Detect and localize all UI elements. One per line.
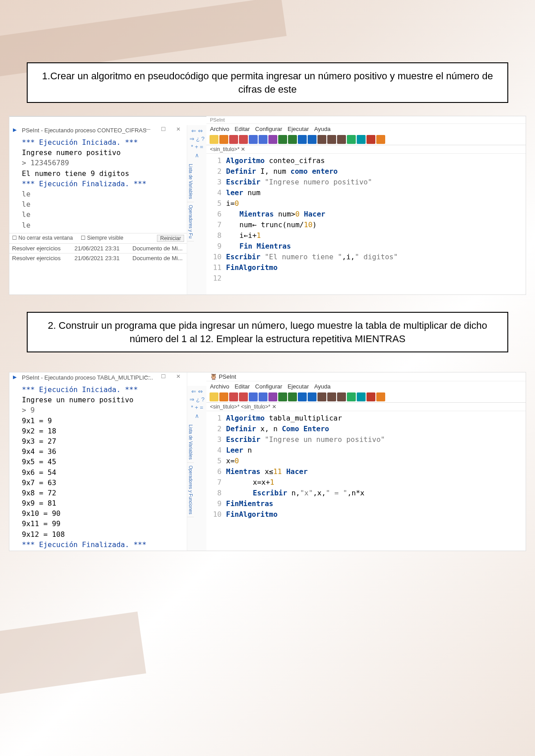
siempre-visible-checkbox[interactable]: ☐ Siempre visible — [81, 235, 139, 242]
toolbar-icon[interactable] — [219, 135, 228, 144]
menu-item-editar[interactable]: Editar — [235, 383, 250, 390]
toolbar-icon[interactable] — [308, 392, 317, 401]
console-line: Ingrese un numero positivo — [22, 395, 183, 405]
toolbar-icon[interactable] — [249, 135, 258, 144]
toolbar-icon[interactable] — [357, 392, 366, 401]
toolbar-icon[interactable] — [357, 135, 366, 144]
code-line: 10Escribir "El numero tiene ",i," digito… — [209, 252, 526, 262]
toolbar-icon[interactable] — [268, 135, 277, 144]
code-line: 2Definir I, num como entero — [209, 166, 526, 177]
console-line: 9x6 = 54 — [22, 467, 183, 478]
file-row[interactable]: Resolver ejercicios21/06/2021 23:31Docum… — [9, 253, 187, 263]
toolbar-icon[interactable] — [337, 135, 346, 144]
console-line: le — [22, 189, 183, 199]
code-line: 1Algoritmo tabla_multiplicar — [209, 413, 526, 424]
toolbar-icon[interactable] — [239, 392, 248, 401]
toolbar-icon[interactable] — [249, 392, 258, 401]
menu-item-ayuda[interactable]: Ayuda — [314, 126, 331, 132]
toolbar-icon[interactable] — [219, 392, 228, 401]
screenshot-2: PSeInt - Ejecutando proceso TABLA_MULTIP… — [9, 372, 526, 551]
side-tab-operators[interactable]: Operadores y Fu — [187, 202, 194, 241]
menu-item-ayuda[interactable]: Ayuda — [314, 383, 331, 390]
toolbar-icon[interactable] — [288, 135, 297, 144]
toolbar-icon[interactable] — [259, 392, 268, 401]
code-line: 8i←i+1 — [209, 230, 526, 241]
editor-tab[interactable]: <sin_titulo>* <sin_titulo>* ✕ — [206, 403, 526, 411]
toolbar-icon[interactable] — [288, 392, 297, 401]
console-line: 9x5 = 45 — [22, 457, 183, 467]
console-line: 9x7 = 63 — [22, 478, 183, 488]
code-line: 7num← trunc(num/10) — [209, 220, 526, 230]
toolbar-icon[interactable] — [347, 392, 356, 401]
menu-item-editar[interactable]: Editar — [235, 126, 250, 132]
editor-tab[interactable]: <sin_titulo>* ✕ — [206, 145, 526, 154]
code-line: 7x=x+1 — [209, 477, 526, 488]
toolbar[interactable] — [206, 392, 526, 403]
code-editor[interactable]: 1Algoritmo tabla_multiplicar2Definir x, … — [206, 411, 526, 522]
toolbar-icon[interactable] — [298, 392, 307, 401]
no-cerrar-checkbox[interactable]: ☐ No cerrar esta ventana — [12, 235, 74, 242]
toolbar-icon[interactable] — [308, 135, 317, 144]
code-line: 4leer num — [209, 188, 526, 198]
side-panel: ⇐ ⇔ ⇒ ¿ ? * + = ∧ Lista de Variables Ope… — [187, 386, 207, 551]
menu-item-ejecutar[interactable]: Ejecutar — [288, 126, 309, 132]
toolbar-icon[interactable] — [366, 135, 375, 144]
toolbar-icon[interactable] — [337, 392, 346, 401]
code-line: 12 — [209, 273, 526, 284]
code-line: 10FinAlgoritmo — [209, 509, 526, 520]
window-controls[interactable]: — ☐ ✕ — [145, 126, 185, 132]
console-title: PSeInt - Ejecutando proceso CONTEO_CIFRA… — [9, 125, 187, 135]
toolbar-icon[interactable] — [347, 135, 356, 144]
toolbar-icon[interactable] — [376, 135, 385, 144]
menu-item-configurar[interactable]: Configurar — [255, 383, 282, 390]
code-line: 6Mientras num>0 Hacer — [209, 209, 526, 220]
code-line: 3Escribir "Ingrese numero positivo" — [209, 177, 526, 188]
toolbar-icon[interactable] — [268, 392, 277, 401]
code-editor[interactable]: 1Algoritmo conteo_cifras2Definir I, num … — [206, 154, 526, 286]
toolbar-icon[interactable] — [278, 392, 287, 401]
side-operator-icons[interactable]: ⇐ ⇔ ⇒ ¿ ? * + = ∧ — [187, 125, 207, 161]
menu-item-archivo[interactable]: Archivo — [210, 126, 229, 132]
console-output: *** Ejecución Iniciada. ***Ingrese numer… — [9, 135, 187, 233]
console-line: 9x12 = 108 — [22, 529, 183, 539]
code-line: 3Escribir "Ingrese un numero positivo" — [209, 434, 526, 445]
side-tab-variables[interactable]: Lista de Variables — [187, 161, 194, 202]
file-row[interactable]: Resolver ejercicios21/06/2021 23:31Docum… — [9, 243, 187, 253]
toolbar-icon[interactable] — [298, 135, 307, 144]
toolbar-icon[interactable] — [259, 135, 268, 144]
toolbar-icon[interactable] — [327, 392, 336, 401]
console-line: le — [22, 199, 183, 209]
menu-item-ejecutar[interactable]: Ejecutar — [288, 383, 309, 390]
toolbar-icon[interactable] — [366, 392, 375, 401]
console-line: 9x2 = 18 — [22, 426, 183, 436]
toolbar-icon[interactable] — [229, 135, 238, 144]
reiniciar-button[interactable]: Reiniciar — [157, 235, 184, 242]
app-title: PSeInt — [206, 116, 526, 124]
toolbar-icon[interactable] — [239, 135, 248, 144]
menu-item-archivo[interactable]: Archivo — [210, 383, 229, 390]
side-operator-icons[interactable]: ⇐ ⇔ ⇒ ¿ ? * + = ∧ — [187, 386, 207, 422]
menu-item-configurar[interactable]: Configurar — [255, 126, 282, 132]
side-tab-variables[interactable]: Lista de Variables — [187, 422, 194, 463]
toolbar-icon[interactable] — [278, 135, 287, 144]
toolbar-icon[interactable] — [376, 392, 385, 401]
console-output: *** Ejecución Iniciada. ***Ingrese un nu… — [9, 382, 187, 552]
screenshot-1: Nuevo elemento ▾ PSeInt - Ejecutando pro… — [9, 116, 526, 295]
toolbar-icon[interactable] — [317, 135, 326, 144]
console-line: *** Ejecución Iniciada. *** — [22, 137, 183, 147]
console-line: le — [22, 209, 183, 220]
toolbar[interactable] — [206, 134, 526, 145]
menu-bar[interactable]: ArchivoEditarConfigurarEjecutarAyuda — [206, 124, 526, 134]
side-tab-operators[interactable]: Operadores y Funciones — [187, 463, 194, 518]
toolbar-icon[interactable] — [327, 135, 336, 144]
console-line: 9x10 = 90 — [22, 508, 183, 519]
console-line: 9x11 = 99 — [22, 519, 183, 529]
console-line: 9x4 = 36 — [22, 446, 183, 457]
menu-bar[interactable]: ArchivoEditarConfigurarEjecutarAyuda — [206, 381, 526, 392]
window-controls[interactable]: — ☐ ✕ — [145, 373, 185, 380]
toolbar-icon[interactable] — [210, 135, 218, 144]
toolbar-icon[interactable] — [317, 392, 326, 401]
toolbar-icon[interactable] — [210, 392, 218, 401]
code-line: 11FinAlgoritmo — [209, 262, 526, 273]
toolbar-icon[interactable] — [229, 392, 238, 401]
